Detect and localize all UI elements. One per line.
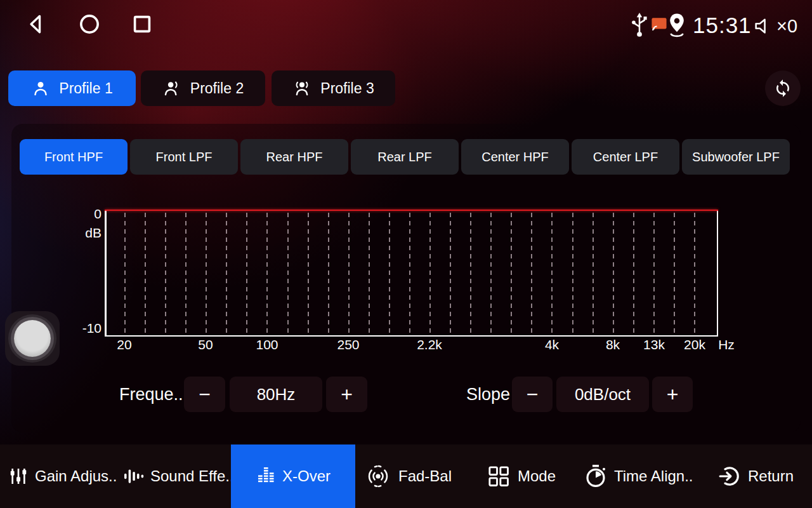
cast-status (651, 17, 667, 31)
y-axis-tick-top: 0 (63, 206, 102, 222)
nav-return[interactable]: Return (717, 444, 794, 508)
gridline (613, 213, 614, 334)
frequency-plus-button[interactable]: + (326, 377, 367, 412)
usb-status (630, 13, 649, 38)
return-arrow-icon (717, 464, 742, 488)
tab-label: Rear HPF (266, 150, 323, 164)
frequency-label: Freque.. (119, 377, 183, 412)
bottom-navigation: Gain Adjus.. Sound Effe.. X-Over (0, 444, 812, 508)
back-icon (24, 12, 48, 36)
home-icon (77, 12, 102, 36)
x-tick: 20 (117, 337, 131, 352)
profile-label: Profile 3 (320, 80, 374, 97)
user-voice-icon (162, 79, 181, 98)
x-tick: 13k (643, 337, 665, 352)
tab-center-hpf[interactable]: Center HPF (461, 139, 569, 175)
gridline (450, 213, 451, 334)
location-status (666, 13, 688, 38)
nav-label: Fad-Bal (398, 467, 452, 485)
tab-label: Center LPF (593, 150, 658, 164)
usb-icon (630, 13, 649, 38)
tab-rear-lpf[interactable]: Rear LPF (351, 139, 459, 175)
profile-2-tab[interactable]: Profile 2 (141, 70, 265, 106)
tab-label: Subwoofer LPF (692, 150, 780, 164)
user-broadcast-icon (292, 79, 311, 98)
gridline (633, 213, 634, 334)
tab-front-hpf[interactable]: Front HPF (20, 139, 128, 175)
gridline (145, 213, 146, 334)
gridline (206, 213, 207, 334)
tab-rear-hpf[interactable]: Rear HPF (240, 139, 348, 175)
profile-label: Profile 1 (59, 80, 112, 97)
tab-label: Center HPF (481, 150, 549, 164)
tab-center-lpf[interactable]: Center LPF (572, 139, 679, 175)
back-button[interactable] (24, 12, 48, 36)
nav-label: Sound Effe.. (150, 467, 234, 485)
stopwatch-icon (584, 464, 608, 489)
x-tick: 250 (337, 337, 359, 352)
nav-x-over[interactable]: X-Over (231, 444, 355, 508)
plus-icon: + (341, 383, 353, 406)
x-tick: 20k (684, 337, 705, 352)
reset-button[interactable] (765, 70, 801, 106)
y-axis-unit: dB (63, 225, 102, 241)
gridline (308, 213, 309, 334)
frequency-minus-button[interactable]: − (184, 377, 225, 412)
tab-label: Rear LPF (377, 150, 432, 164)
slope-minus-button[interactable]: − (512, 377, 553, 412)
gridline (409, 213, 410, 334)
gridline (593, 213, 594, 334)
nav-gain-adjust[interactable]: Gain Adjus.. (8, 444, 117, 508)
gridline (328, 213, 329, 334)
gridline (694, 213, 695, 334)
gridline (470, 213, 471, 334)
refresh-icon (773, 79, 792, 98)
nav-sound-effects[interactable]: Sound Effe.. (122, 444, 234, 508)
profile-3-tab[interactable]: Profile 3 (272, 70, 395, 106)
recents-button[interactable] (130, 12, 154, 36)
gridline (287, 213, 289, 334)
home-button[interactable] (77, 12, 102, 36)
gridline (653, 213, 655, 334)
nav-label: Gain Adjus.. (35, 467, 117, 485)
tab-front-lpf[interactable]: Front LPF (130, 139, 238, 175)
gridline (389, 213, 390, 334)
gridline (226, 213, 227, 334)
minus-icon: − (527, 383, 539, 406)
mixer-sliders-icon (8, 466, 29, 486)
gridline (266, 213, 268, 334)
fader-balance-icon (364, 464, 392, 488)
tab-subwoofer-lpf[interactable]: Subwoofer LPF (682, 139, 790, 175)
cast-icon (651, 17, 667, 31)
nav-label: Time Align.. (614, 467, 693, 485)
nav-label: X-Over (282, 467, 331, 485)
gridline (185, 213, 187, 334)
user-icon (31, 79, 50, 98)
slope-plus-button[interactable]: + (652, 377, 693, 412)
tab-label: Front LPF (156, 150, 213, 164)
frequency-response-plot (105, 210, 718, 337)
gridline (348, 213, 350, 334)
gridline (165, 213, 166, 334)
minus-icon: − (199, 383, 211, 406)
gridline (531, 213, 532, 334)
x-tick: 4k (545, 337, 559, 352)
x-tick: 50 (198, 337, 213, 352)
x-tick: 2.2k (417, 337, 442, 352)
tab-label: Front HPF (44, 150, 103, 164)
plus-icon: + (667, 383, 679, 406)
nav-mode[interactable]: Mode (486, 444, 556, 508)
nav-fad-bal[interactable]: Fad-Bal (364, 444, 452, 508)
response-curve (105, 210, 718, 211)
volume-muted-icon (752, 15, 774, 37)
equalizer-icon (256, 466, 276, 486)
x-tick: 100 (256, 337, 278, 352)
volume-indicator: ×0 (752, 15, 797, 37)
gridline (490, 213, 492, 334)
profile-1-tab[interactable]: Profile 1 (8, 70, 136, 106)
gridline (124, 213, 126, 334)
nav-label: Mode (518, 467, 556, 485)
gridline (511, 213, 512, 334)
volume-knob[interactable] (5, 311, 60, 366)
nav-time-align[interactable]: Time Align.. (584, 444, 693, 508)
